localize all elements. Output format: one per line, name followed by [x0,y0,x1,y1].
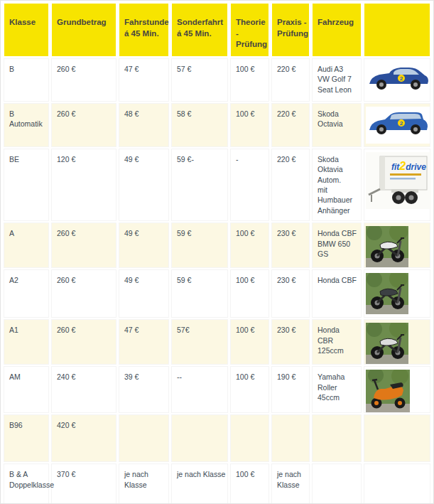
cell-fahrzeug: Honda CBF [313,270,361,317]
column-header-theorie: Theorie - Prüfung [231,4,268,56]
cell-klasse: A2 [4,270,48,317]
cell-klasse: B [4,59,48,101]
cell-fahrzeug [313,464,361,504]
vehicle-image-cell: 2 [364,104,430,146]
table-row: B260 €47 €57 €100 €220 €Audi A3 VW Golf … [4,59,430,101]
cell-praxis: 220 € [272,149,309,221]
cell-sonderfahrt: 59 € [172,223,227,267]
table-row: B & A Doppelklasse370 €je nach Klasseje … [4,464,430,504]
table-row: A260 €49 €59 €100 €230 €Honda CBF BMW 65… [4,223,430,267]
vehicle-image-cell [364,320,430,364]
cell-grundbetrag: 260 € [52,270,116,317]
cell-praxis: 230 € [272,270,309,317]
header-row: KlasseGrundbetragFahrstunde á 45 Min.Son… [4,4,430,56]
cell-klasse: B96 [4,415,48,461]
vehicle-image-motorcycle-naked [366,273,430,314]
svg-text:fit2drive: fit2drive [391,160,426,172]
cell-fahrzeug: Audi A3 VW Golf 7 Seat Leon [313,59,361,101]
column-header-klasse: Klasse [4,4,48,56]
cell-fahrstunde: 49 € [119,223,168,267]
vehicle-image-cell [364,223,430,267]
cell-sonderfahrt: -- [172,367,227,412]
cell-praxis: 220 € [272,104,309,146]
cell-grundbetrag: 370 € [52,464,116,504]
cell-theorie: 100 € [231,270,268,317]
vehicle-image-trailer-fit2drive: fit2drive [366,152,430,209]
cell-fahrstunde: 49 € [119,149,168,221]
cell-theorie: 100 € [231,464,268,504]
cell-fahrzeug [313,415,361,461]
cell-grundbetrag: 260 € [52,320,116,364]
cell-klasse: B & A Doppelklasse [4,464,48,504]
cell-praxis: 190 € [272,367,309,412]
cell-klasse: AM [4,367,48,412]
cell-fahrstunde [119,415,168,461]
cell-fahrzeug: Honda CBF BMW 650 GS [313,223,361,267]
table-row: A1260 €47 €57€100 €230 €Honda CBR 125ccm [4,320,430,364]
cell-theorie: 100 € [231,320,268,364]
table-row: B96420 € [4,415,430,461]
vehicle-image-cell [364,270,430,317]
cell-theorie [231,415,268,461]
cell-sonderfahrt: je nach Klasse [172,464,227,504]
cell-theorie: 100 € [231,59,268,101]
cell-sonderfahrt: 59 €- [172,149,227,221]
cell-sonderfahrt: 57 € [172,59,227,101]
cell-fahrstunde: 49 € [119,270,168,317]
cell-grundbetrag: 420 € [52,415,116,461]
cell-grundbetrag: 260 € [52,59,116,101]
table-row: A2260 €49 €59 €100 €230 €Honda CBF [4,270,430,317]
column-header-praxis: Praxis - Prüfung [272,4,309,56]
cell-fahrstunde: je nach Klasse [119,464,168,504]
cell-fahrzeug: Skoda Oktavia Autom. mit Humbauer Anhäng… [313,149,361,221]
svg-text:2: 2 [400,75,403,82]
vehicle-image-cell: fit2drive [364,149,430,221]
cell-sonderfahrt: 58 € [172,104,227,146]
pricing-table-container: KlasseGrundbetragFahrstunde á 45 Min.Son… [0,0,434,504]
cell-sonderfahrt: 59 € [172,270,227,317]
cell-fahrstunde: 47 € [119,320,168,364]
vehicle-image-cell [364,367,430,412]
cell-praxis: 220 € [272,59,309,101]
cell-theorie: 100 € [231,367,268,412]
cell-praxis [272,415,309,461]
cell-grundbetrag: 260 € [52,223,116,267]
cell-klasse: A [4,223,48,267]
vehicle-image-car-audi-a3: 2 [366,62,430,93]
cell-fahrstunde: 48 € [119,104,168,146]
table-body: B260 €47 €57 €100 €220 €Audi A3 VW Golf … [4,59,430,504]
cell-fahrstunde: 39 € [119,367,168,412]
cell-praxis: 230 € [272,223,309,267]
cell-klasse: B Automatik [4,104,48,146]
vehicle-image-motorcycle-enduro [366,226,430,267]
driving-school-price-table: KlasseGrundbetragFahrstunde á 45 Min.Son… [1,1,433,504]
table-row: AM240 €39 €--100 €190 €Yamaha Roller 45c… [4,367,430,412]
column-header-vehicle-image [364,4,430,56]
cell-theorie: - [231,149,268,221]
vehicle-image-wagon-skoda-octavia: 2 [366,107,430,144]
cell-theorie: 100 € [231,104,268,146]
table-row: B Automatik260 €48 €58 €100 €220 €Skoda … [4,104,430,146]
cell-theorie: 100 € [231,223,268,267]
column-header-grundbetrag: Grundbetrag [52,4,116,56]
svg-text:2: 2 [400,120,403,127]
cell-praxis: je nach Klasse [272,464,309,504]
column-header-sonderfahrt: Sonderfahrt á 45 Min. [172,4,227,56]
column-header-fahrstunde: Fahrstunde á 45 Min. [119,4,168,56]
cell-grundbetrag: 240 € [52,367,116,412]
vehicle-image-cell [364,415,430,461]
cell-grundbetrag: 120 € [52,149,116,221]
vehicle-image-cell [364,464,430,504]
vehicle-image-motorcycle-sport [366,323,430,364]
cell-klasse: A1 [4,320,48,364]
column-header-fahrzeug: Fahrzeug [313,4,361,56]
cell-sonderfahrt [172,415,227,461]
cell-grundbetrag: 260 € [52,104,116,146]
cell-sonderfahrt: 57€ [172,320,227,364]
table-row: BE120 €49 €59 €--220 €Skoda Oktavia Auto… [4,149,430,221]
vehicle-image-scooter-yamaha [366,370,430,412]
cell-fahrstunde: 47 € [119,59,168,101]
cell-fahrzeug: Honda CBR 125ccm [313,320,361,364]
cell-praxis: 230 € [272,320,309,364]
cell-fahrzeug: Skoda Octavia [313,104,361,146]
